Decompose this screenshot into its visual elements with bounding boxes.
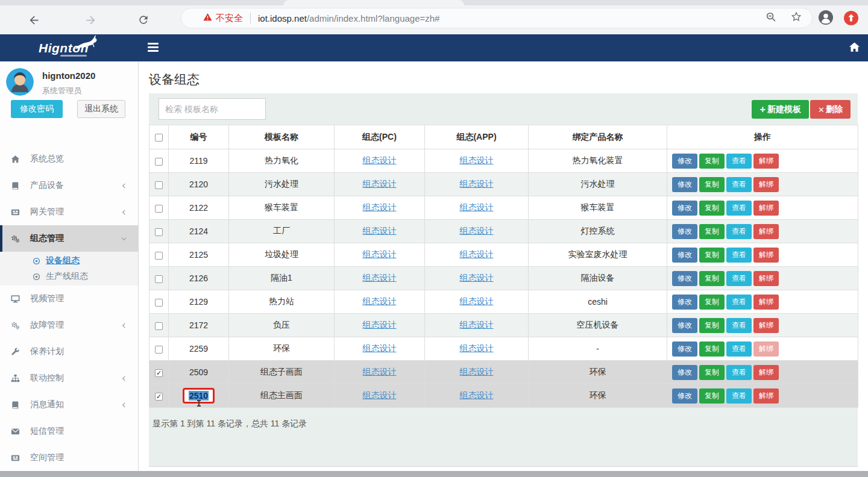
pc-config-link[interactable]: 组态设计 [363, 367, 397, 376]
copy-button[interactable]: 复制 [699, 388, 725, 404]
app-config-link[interactable]: 组态设计 [460, 367, 494, 376]
sidebar-item[interactable]: 网关管理 [0, 199, 138, 225]
row-checkbox[interactable] [155, 322, 163, 330]
pc-config-link[interactable]: 组态设计 [363, 320, 397, 329]
unbind-button[interactable]: 解绑 [753, 341, 779, 357]
sidebar-subitem[interactable]: 生产线组态 [0, 269, 138, 284]
app-config-link[interactable]: 组态设计 [460, 296, 494, 306]
app-config-link[interactable]: 组态设计 [460, 390, 494, 400]
row-checkbox[interactable] [155, 205, 163, 213]
back-icon[interactable] [27, 13, 41, 27]
new-template-button[interactable]: 新建模板 [752, 100, 809, 119]
copy-button[interactable]: 复制 [699, 224, 725, 239]
row-checkbox[interactable] [155, 275, 163, 283]
sidebar-item[interactable]: 视频管理 [0, 285, 138, 312]
edit-button[interactable]: 修改 [672, 271, 697, 286]
unbind-button[interactable]: 解绑 [753, 154, 779, 169]
copy-button[interactable]: 复制 [699, 201, 725, 216]
unbind-button[interactable]: 解绑 [753, 224, 779, 239]
row-checkbox[interactable] [155, 393, 163, 401]
sidebar-item[interactable]: 联动控制 [0, 365, 138, 391]
sidebar-item[interactable]: 保养计划 [0, 338, 138, 365]
unbind-button[interactable]: 解绑 [753, 248, 779, 263]
copy-button[interactable]: 复制 [699, 271, 725, 286]
sidebar-item[interactable]: 组态管理 [0, 225, 138, 252]
profile-avatar-icon[interactable] [819, 10, 833, 25]
edit-button[interactable]: 修改 [672, 201, 697, 216]
unbind-button[interactable]: 解绑 [753, 201, 779, 216]
unbind-button[interactable]: 解绑 [753, 365, 779, 380]
view-button[interactable]: 查看 [726, 365, 752, 380]
pc-config-link[interactable]: 组态设计 [363, 296, 397, 306]
pc-config-link[interactable]: 组态设计 [363, 273, 397, 282]
view-button[interactable]: 查看 [726, 341, 752, 357]
copy-button[interactable]: 复制 [699, 248, 725, 263]
sidebar-item[interactable]: 产品设备 [0, 172, 138, 199]
header-home-icon[interactable] [849, 42, 860, 55]
sidebar-item[interactable]: 消息通知 [0, 391, 138, 418]
menu-toggle-icon[interactable] [148, 43, 159, 52]
view-button[interactable]: 查看 [726, 177, 752, 192]
pc-config-link[interactable]: 组态设计 [363, 202, 397, 212]
copy-button[interactable]: 复制 [699, 295, 725, 310]
pc-config-link[interactable]: 组态设计 [363, 343, 397, 353]
view-button[interactable]: 查看 [726, 201, 752, 216]
edit-button[interactable]: 修改 [672, 318, 697, 333]
view-button[interactable]: 查看 [726, 388, 752, 404]
unbind-button[interactable]: 解绑 [753, 318, 779, 333]
view-button[interactable]: 查看 [726, 224, 752, 239]
edit-button[interactable]: 修改 [672, 341, 697, 357]
pc-config-link[interactable]: 组态设计 [363, 226, 397, 235]
app-config-link[interactable]: 组态设计 [460, 226, 494, 235]
row-checkbox[interactable] [155, 158, 163, 166]
sidebar-item[interactable]: 短信管理 [0, 418, 138, 444]
logout-button[interactable]: 退出系统 [77, 100, 125, 118]
pc-config-link[interactable]: 组态设计 [363, 390, 397, 400]
select-all-checkbox[interactable] [155, 134, 163, 142]
edit-button[interactable]: 修改 [672, 177, 697, 192]
unbind-button[interactable]: 解绑 [753, 271, 779, 286]
change-password-button[interactable]: 修改密码 [11, 100, 63, 118]
security-warning[interactable]: 不安全 [203, 13, 243, 24]
app-config-link[interactable]: 组态设计 [460, 155, 494, 165]
row-checkbox[interactable] [155, 252, 163, 260]
row-id-edit-highlight[interactable]: 2510 [183, 388, 215, 404]
sidebar-subitem[interactable]: 设备组态 [0, 253, 138, 269]
edit-button[interactable]: 修改 [672, 295, 697, 310]
pc-config-link[interactable]: 组态设计 [363, 179, 397, 189]
app-config-link[interactable]: 组态设计 [460, 343, 494, 353]
view-button[interactable]: 查看 [726, 248, 752, 263]
edit-button[interactable]: 修改 [672, 224, 697, 239]
sidebar-item[interactable]: 系统总览 [0, 146, 138, 172]
edit-button[interactable]: 修改 [672, 248, 697, 263]
view-button[interactable]: 查看 [726, 318, 752, 333]
zoom-out-icon[interactable] [766, 11, 777, 25]
unbind-button[interactable]: 解绑 [753, 177, 779, 192]
row-checkbox[interactable] [155, 369, 163, 377]
user-avatar[interactable] [6, 68, 34, 96]
copy-button[interactable]: 复制 [699, 154, 725, 169]
edit-button[interactable]: 修改 [672, 388, 697, 404]
row-checkbox[interactable] [155, 346, 163, 354]
view-button[interactable]: 查看 [726, 271, 752, 286]
pc-config-link[interactable]: 组态设计 [363, 155, 397, 165]
address-bar[interactable]: 不安全 iot.idosp.net/admin/index.html?langu… [181, 8, 813, 28]
app-config-link[interactable]: 组态设计 [460, 320, 494, 329]
search-input[interactable] [159, 98, 266, 120]
sidebar-item[interactable]: 故障管理 [0, 312, 138, 338]
sidebar-item[interactable]: 空间管理 [0, 444, 138, 471]
pc-config-link[interactable]: 组态设计 [363, 249, 397, 259]
view-button[interactable]: 查看 [726, 295, 752, 310]
unbind-button[interactable]: 解绑 [753, 295, 779, 310]
forward-icon[interactable] [83, 13, 98, 27]
edit-button[interactable]: 修改 [672, 365, 697, 380]
app-config-link[interactable]: 组态设计 [460, 273, 494, 282]
row-checkbox[interactable] [155, 228, 163, 236]
reload-icon[interactable] [136, 13, 151, 27]
row-checkbox[interactable] [155, 181, 163, 189]
delete-button[interactable]: 删除 [810, 100, 851, 119]
bookmark-star-icon[interactable] [790, 11, 802, 25]
copy-button[interactable]: 复制 [699, 341, 725, 357]
app-config-link[interactable]: 组态设计 [460, 202, 494, 212]
copy-button[interactable]: 复制 [699, 365, 725, 380]
